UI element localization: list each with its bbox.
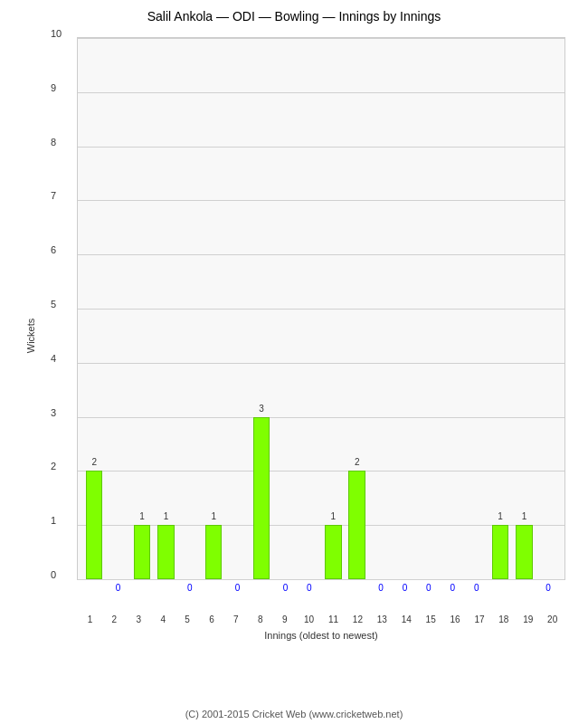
bar-3: 1 (134, 525, 150, 579)
x-tick-label-2: 2 (102, 614, 127, 624)
bar-value-label-1: 2 (91, 457, 97, 467)
bar-value-label-4: 1 (164, 511, 169, 521)
bar-8: 3 (253, 417, 270, 579)
x-tick-label-14: 14 (394, 614, 419, 624)
bar-zero-label-15: 0 (426, 583, 432, 593)
bar-6: 1 (205, 525, 222, 579)
y-tick-label-4: 4 (51, 353, 56, 364)
x-tick-label-11: 11 (321, 614, 346, 624)
x-tick-label-5: 5 (175, 614, 200, 624)
bars-group: 20110103001200000110 (78, 38, 564, 579)
y-tick-label-1: 1 (51, 515, 56, 526)
bar-slot-2: 0 (106, 38, 129, 579)
x-tick-label-15: 15 (419, 614, 443, 624)
bar-zero-label-5: 0 (187, 583, 193, 593)
bar-slot-20: 0 (536, 38, 560, 579)
x-tick-label-10: 10 (297, 614, 321, 624)
bar-slot-15: 0 (417, 38, 441, 579)
plot-area: 012345678910 20110103001200000110 123456… (77, 37, 565, 580)
y-gridline-0: 0 (78, 579, 564, 580)
y-tick-label-5: 5 (51, 299, 56, 310)
bar-zero-label-10: 0 (307, 583, 312, 593)
bar-zero-label-9: 0 (283, 583, 289, 593)
bar-zero-label-17: 0 (474, 583, 479, 593)
x-axis-labels: 1234567891011121314151617181920 (78, 614, 564, 624)
bar-12: 2 (348, 471, 365, 579)
bar-slot-11: 1 (321, 38, 345, 579)
x-tick-label-3: 3 (127, 614, 151, 624)
bar-value-label-11: 1 (330, 511, 336, 521)
x-tick-label-20: 20 (540, 614, 564, 624)
bar-11: 1 (325, 525, 341, 579)
x-tick-label-1: 1 (78, 614, 102, 624)
bar-slot-1: 2 (82, 38, 106, 579)
bar-slot-8: 3 (250, 38, 273, 579)
y-tick-label-3: 3 (51, 407, 56, 418)
x-tick-label-4: 4 (151, 614, 175, 624)
x-axis-title: Innings (oldest to newest) (78, 630, 564, 641)
y-tick-label-10: 10 (51, 28, 62, 39)
y-tick-label-0: 0 (51, 569, 56, 580)
bar-zero-label-14: 0 (403, 583, 408, 593)
y-tick-label-6: 6 (51, 244, 56, 255)
bar-value-label-12: 2 (355, 457, 360, 467)
bar-slot-4: 1 (154, 38, 177, 579)
bar-4: 1 (157, 525, 174, 579)
bar-value-label-18: 1 (498, 511, 503, 521)
chart-title: Salil Ankola — ODI — Bowling — Innings b… (147, 9, 441, 24)
bar-zero-label-7: 0 (235, 583, 241, 593)
x-tick-label-19: 19 (516, 614, 540, 624)
bar-zero-label-2: 0 (116, 583, 121, 593)
x-tick-label-17: 17 (468, 614, 492, 624)
bar-slot-18: 1 (488, 38, 512, 579)
footer: (C) 2001-2015 Cricket Web (www.cricketwe… (0, 709, 588, 719)
chart-container: Salil Ankola — ODI — Bowling — Innings b… (0, 0, 588, 724)
bar-value-label-19: 1 (522, 511, 527, 521)
x-tick-label-7: 7 (223, 614, 248, 624)
bar-value-label-3: 1 (139, 511, 145, 521)
bar-slot-10: 0 (298, 38, 321, 579)
bar-slot-16: 0 (441, 38, 464, 579)
bar-19: 1 (516, 525, 532, 579)
y-axis-label: Wickets (25, 319, 36, 354)
bar-zero-label-16: 0 (450, 583, 456, 593)
chart-area: Wickets 012345678910 2011010300120000011… (36, 28, 579, 643)
bar-slot-14: 0 (393, 38, 416, 579)
y-tick-label-9: 9 (51, 82, 56, 93)
x-tick-label-16: 16 (443, 614, 468, 624)
bar-slot-5: 0 (178, 38, 202, 579)
bar-slot-13: 0 (369, 38, 393, 579)
bar-slot-6: 1 (202, 38, 225, 579)
y-tick-label-7: 7 (51, 190, 56, 201)
bar-value-label-8: 3 (259, 404, 264, 414)
bar-slot-17: 0 (465, 38, 488, 579)
bar-value-label-6: 1 (211, 511, 216, 521)
bar-zero-label-20: 0 (545, 583, 551, 593)
bar-slot-12: 2 (345, 38, 368, 579)
x-tick-label-12: 12 (346, 614, 370, 624)
x-tick-label-18: 18 (491, 614, 516, 624)
y-tick-label-2: 2 (51, 461, 56, 472)
x-tick-label-9: 9 (272, 614, 297, 624)
bar-slot-7: 0 (225, 38, 249, 579)
y-tick-label-8: 8 (51, 137, 56, 148)
x-tick-label-6: 6 (200, 614, 224, 624)
x-tick-label-8: 8 (248, 614, 272, 624)
bar-slot-19: 1 (512, 38, 536, 579)
bar-1: 2 (86, 471, 102, 579)
bar-zero-label-13: 0 (378, 583, 384, 593)
x-tick-label-13: 13 (370, 614, 394, 624)
bar-slot-3: 1 (130, 38, 154, 579)
bar-18: 1 (492, 525, 508, 579)
bar-slot-9: 0 (273, 38, 297, 579)
